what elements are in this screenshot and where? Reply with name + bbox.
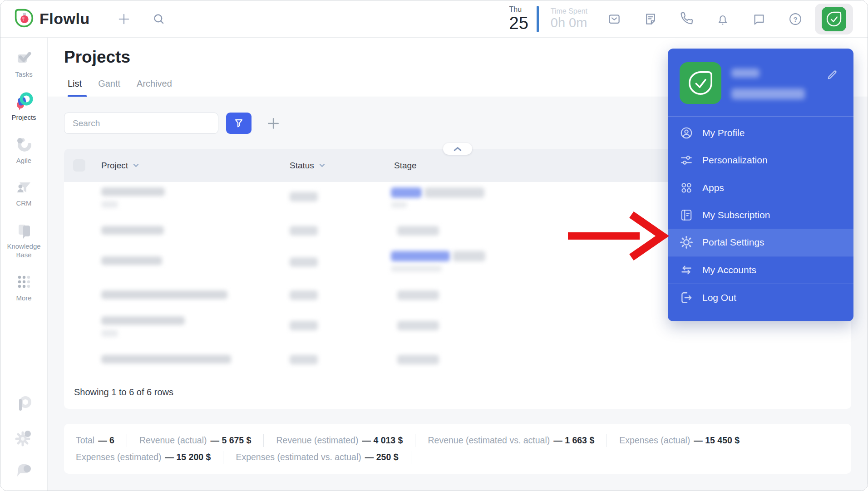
calls-button[interactable] [680, 12, 693, 25]
help-icon: ? [789, 12, 802, 26]
time-spent-label: Time Spent [551, 7, 587, 15]
summary-revenue-est-vs-actual: Revenue (estimated vs. actual)— 1 663 $ [428, 435, 594, 446]
user-name-redacted [731, 69, 760, 78]
rows-count-status: Showing 1 to 6 of 6 rows [64, 375, 851, 398]
note-icon [644, 12, 657, 26]
product-pause-icon[interactable] [14, 393, 35, 416]
view-tabs: List Gantt Archived [68, 79, 172, 97]
apps-grid-icon [680, 181, 693, 195]
svg-text:?: ? [793, 15, 797, 23]
sidebar-item-crm[interactable]: CRM [0, 177, 47, 208]
menu-item-personalization[interactable]: Personalization [668, 147, 853, 174]
swap-icon [680, 263, 693, 277]
chevron-up-icon [453, 145, 463, 152]
user-menu-avatar [680, 62, 721, 104]
pencil-icon [826, 69, 838, 81]
summary-revenue-actual: Revenue (actual)— 5 675 $ [139, 435, 251, 446]
collapse-table-button[interactable] [443, 143, 472, 155]
summary-total: Total— 6 [76, 435, 114, 446]
funnel-icon [233, 118, 245, 129]
chevron-down-icon [319, 163, 326, 168]
select-all-checkbox[interactable] [73, 159, 85, 172]
summary-line-2: Expenses (estimated)— 15 200 $ Expenses … [76, 449, 839, 466]
topbar-icons: ? [607, 12, 802, 26]
crm-icon [14, 177, 34, 197]
app-window: Flowlu Thu 25 Time Spent 0h 0m [0, 0, 868, 491]
sidebar-item-projects[interactable]: Projects [0, 91, 47, 122]
tasks-icon [14, 48, 34, 69]
user-menu-list: My Profile Personalization Apps My Subsc [668, 117, 853, 311]
sidebar-item-more[interactable]: More [0, 271, 47, 303]
sidebar-bottom-icons [14, 393, 35, 491]
summary-footer: Total— 6 Revenue (actual)— 5 675 $ Reven… [64, 424, 851, 474]
mail-button[interactable] [607, 12, 621, 26]
knowledge-base-icon [14, 220, 34, 241]
user-avatar [822, 7, 846, 31]
summary-revenue-estimated: Revenue (estimated)— 4 013 $ [276, 435, 403, 446]
summary-expenses-est-vs-actual: Expenses (estimated vs. actual)— 250 $ [236, 452, 398, 462]
summary-expenses-estimated: Expenses (estimated)— 15 200 $ [76, 452, 211, 462]
time-spent-value: 0h 0m [551, 15, 587, 30]
chat-button[interactable] [752, 12, 766, 26]
agile-icon [14, 134, 34, 155]
user-email-redacted [731, 88, 805, 99]
help-button[interactable]: ? [789, 12, 802, 26]
menu-item-my-subscription[interactable]: My Subscription [668, 201, 853, 229]
projects-icon [14, 91, 34, 112]
table-row[interactable] [64, 343, 851, 375]
column-header-project[interactable]: Project [101, 149, 139, 182]
menu-item-apps[interactable]: Apps [668, 174, 853, 201]
plus-icon [266, 116, 281, 131]
topbar: Flowlu Thu 25 Time Spent 0h 0m [0, 0, 868, 38]
today-indicator-bar [537, 6, 539, 32]
search-input[interactable] [64, 113, 218, 134]
date-weekday: Thu [509, 6, 522, 13]
add-project-button[interactable] [263, 116, 283, 131]
sidebar-item-tasks[interactable]: Tasks [0, 48, 47, 79]
menu-item-portal-settings[interactable]: Portal Settings [668, 229, 853, 256]
sidebar-item-agile[interactable]: Agile [0, 134, 47, 165]
tab-archived[interactable]: Archived [137, 79, 172, 97]
menu-item-log-out[interactable]: Log Out [668, 284, 853, 311]
notes-button[interactable] [644, 12, 657, 26]
sidebar-item-knowledge-base[interactable]: Knowledge Base [0, 220, 47, 260]
column-header-stage[interactable]: Stage [394, 149, 417, 182]
notifications-button[interactable] [716, 12, 730, 26]
bell-icon [716, 12, 730, 26]
quick-add-button[interactable] [117, 12, 131, 26]
flowlu-logo-icon [14, 8, 34, 30]
settings-gear-icon[interactable] [14, 427, 35, 450]
global-search-button[interactable] [153, 13, 165, 25]
filter-button[interactable] [226, 113, 252, 134]
user-icon [680, 126, 693, 140]
edit-profile-button[interactable] [823, 69, 841, 83]
menu-item-my-accounts[interactable]: My Accounts [668, 256, 853, 284]
user-menu-header [668, 49, 853, 117]
calendar-date-widget[interactable]: Thu 25 [509, 6, 528, 32]
app-sidebar: Tasks Projects Agile CRM [0, 38, 48, 491]
time-spent-widget[interactable]: Time Spent 0h 0m [551, 7, 587, 31]
summary-line-1: Total— 6 Revenue (actual)— 5 675 $ Reven… [76, 432, 839, 449]
logout-icon [680, 291, 693, 304]
summary-expenses-actual: Expenses (actual)— 15 450 $ [619, 435, 740, 446]
shield-check-icon [826, 11, 842, 27]
phone-icon [680, 12, 693, 25]
sliders-icon [680, 153, 693, 167]
more-grid-icon [15, 271, 33, 292]
user-avatar-button[interactable] [815, 4, 853, 34]
chevron-down-icon [133, 163, 139, 168]
user-dropdown-menu: My Profile Personalization Apps My Subsc [668, 49, 853, 321]
date-number: 25 [509, 15, 528, 32]
subscription-icon [680, 208, 693, 222]
topbar-right: Thu 25 Time Spent 0h 0m [509, 4, 853, 34]
feedback-bubble-icon[interactable] [14, 461, 35, 483]
tab-gantt[interactable]: Gantt [98, 79, 120, 97]
flowlu-logo[interactable]: Flowlu [14, 8, 90, 30]
shield-check-icon [687, 70, 714, 96]
tab-list[interactable]: List [68, 79, 82, 97]
menu-item-my-profile[interactable]: My Profile [668, 119, 853, 147]
column-header-status[interactable]: Status [290, 149, 326, 182]
chat-icon [752, 12, 766, 26]
gear-icon [680, 236, 693, 249]
page-title: Projects [64, 48, 130, 67]
